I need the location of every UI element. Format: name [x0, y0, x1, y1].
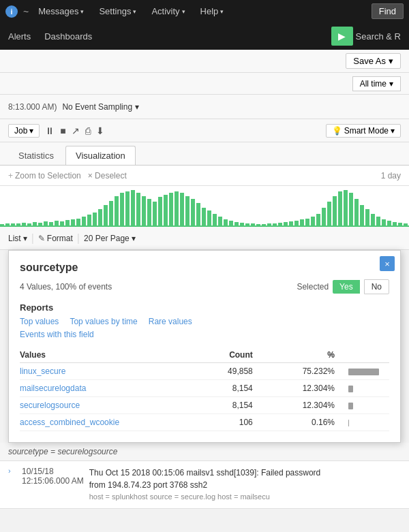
content-area: sourcetype = securelogsource › 10/15/18 … [0, 443, 409, 509]
chart-bar [234, 222, 239, 225]
save-as-button[interactable]: Save As ▾ [346, 53, 401, 69]
chart-bar [82, 217, 86, 225]
find-button[interactable]: Find [372, 3, 404, 19]
time-range-button[interactable]: All time ▾ [352, 76, 401, 91]
tab-visualization[interactable]: Visualization [65, 146, 136, 165]
search-button[interactable]: ▶ [331, 27, 353, 46]
nav-settings[interactable]: Settings ▾ [93, 6, 142, 16]
deselect-button[interactable]: × Deselect [88, 171, 127, 181]
chart-bar [11, 223, 15, 225]
nav-alerts[interactable]: Alerts [8, 31, 31, 42]
nav-help[interactable]: Help ▾ [195, 6, 230, 16]
info-icon[interactable]: i [5, 5, 18, 18]
col-pct: % [267, 347, 348, 363]
value-cell[interactable]: mailsecurelogdata [20, 380, 198, 397]
chart-bar [262, 224, 266, 225]
chart-bar [338, 191, 342, 225]
chart-area [0, 186, 409, 227]
chart-bar [387, 221, 391, 225]
chart-bar [169, 193, 173, 225]
chart-bar [142, 196, 146, 225]
close-button[interactable]: × [380, 256, 395, 271]
chart-bar [289, 221, 293, 225]
count-cell: 49,858 [198, 363, 267, 380]
value-cell[interactable]: securelogsource [20, 397, 198, 414]
value-cell[interactable]: linux_secure [20, 363, 198, 380]
tab-statistics[interactable]: Statistics [8, 146, 64, 165]
job-button[interactable]: Job ▾ [8, 124, 40, 138]
chart-bar [245, 223, 249, 225]
reports-title: Reports [20, 302, 389, 313]
chart-bar [76, 219, 80, 225]
chart-bar [38, 223, 42, 225]
log-date: 10/15/18 [22, 467, 84, 476]
chart-bars [0, 186, 409, 225]
chart-bar [196, 203, 200, 225]
log-date-time: 10/15/18 12:15:06.000 AM [22, 467, 84, 503]
chart-bar [120, 193, 124, 225]
chart-bar [147, 199, 151, 225]
chart-bar [322, 208, 326, 225]
print-icon[interactable]: ⎙ [85, 125, 91, 136]
events-with-field-link[interactable]: Events with this field [20, 330, 94, 339]
values-table: Values Count % linux_secure 49,858 75.23… [20, 347, 389, 431]
yes-button[interactable]: Yes [333, 280, 360, 294]
pause-icon[interactable]: ⏸ [45, 125, 55, 136]
value-cell[interactable]: access_combined_wcookie [20, 414, 198, 431]
log-entry: › 10/15/18 12:15:06.000 AM Thu Oct 15 20… [0, 461, 409, 509]
no-button[interactable]: No [364, 279, 389, 294]
lightbulb-icon: 💡 [332, 126, 342, 136]
chart-bar [278, 223, 282, 225]
nav-messages[interactable]: Messages ▾ [33, 6, 89, 16]
wave-icon: ~ [23, 6, 29, 17]
nav-dashboards[interactable]: Dashboards [44, 31, 92, 42]
zoom-to-selection-button[interactable]: + Zoom to Selection [8, 171, 81, 181]
chart-bar [349, 193, 353, 225]
share-icon[interactable]: ↗ [72, 125, 80, 136]
toolbar: Job ▾ ⏸ ■ ↗ ⎙ ⬇ 💡 Smart Mode ▾ [0, 119, 409, 142]
format-button[interactable]: ✎ Format [38, 234, 73, 243]
chevron-down-icon: ▾ [29, 126, 33, 136]
expand-icon[interactable]: › [8, 467, 16, 503]
tabs-bar: Statistics Visualization [0, 142, 409, 166]
chart-bar [365, 209, 369, 225]
smart-mode-button[interactable]: 💡 Smart Mode ▾ [326, 124, 401, 138]
pct-cell: 12.304% [267, 397, 348, 414]
chart-bar [93, 213, 97, 225]
pct-cell: 75.232% [267, 363, 348, 380]
col-count: Count [198, 347, 267, 363]
chevron-down-icon: ▾ [391, 126, 395, 136]
chart-bar [354, 199, 359, 225]
table-row: securelogsource 8,154 12.304% [20, 397, 389, 414]
pct-cell: 12.304% [267, 380, 348, 397]
chevron-down-icon: ▾ [133, 8, 136, 15]
log-message: Thu Oct 15 2018 00:15:06 mailsv1 sshd[10… [89, 467, 401, 503]
chart-bar [180, 193, 184, 225]
stop-icon[interactable]: ■ [60, 125, 65, 136]
popup-overlay: × sourcetype 4 Values, 100% of events Se… [0, 250, 409, 443]
chart-bar [136, 193, 140, 225]
event-sampling-button[interactable]: No Event Sampling ▾ [62, 102, 139, 112]
second-nav-bar: Alerts Dashboards ▶ Search & R [0, 22, 409, 50]
chevron-down-icon: ▾ [80, 8, 84, 15]
selected-label: Selected [297, 282, 329, 292]
rare-values-link[interactable]: Rare values [149, 317, 192, 326]
reports-section: Reports Top values Top values by time Ra… [20, 302, 389, 339]
chart-bar [55, 221, 59, 225]
chart-bar [316, 214, 320, 225]
chart-bar [22, 223, 26, 225]
filter-text: sourcetype = securelogsource [0, 443, 409, 461]
nav-activity[interactable]: Activity ▾ [146, 6, 190, 16]
per-page-button[interactable]: 20 Per Page ▾ [84, 234, 136, 243]
chart-bar [207, 210, 211, 225]
export-icon[interactable]: ⬇ [96, 125, 104, 136]
top-values-link[interactable]: Top values [20, 317, 59, 326]
list-button[interactable]: List ▾ [8, 234, 27, 243]
top-values-by-time-link[interactable]: Top values by time [70, 317, 137, 326]
chart-bar [213, 214, 217, 225]
time-bar: All time ▾ [0, 73, 409, 95]
chart-bar [175, 191, 179, 225]
bar-cell [348, 363, 389, 380]
chart-bar [27, 223, 31, 225]
chart-bar [273, 223, 277, 225]
